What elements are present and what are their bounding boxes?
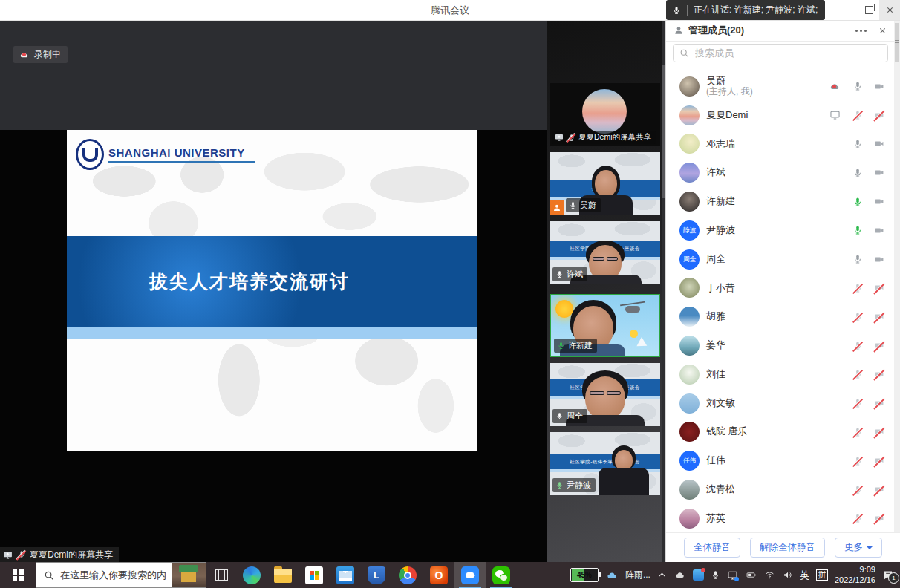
mic-muted-icon[interactable] xyxy=(852,312,863,322)
camera-muted-icon[interactable] xyxy=(873,370,885,379)
member-row[interactable]: 周全 周全 xyxy=(666,245,894,274)
volume-icon[interactable] xyxy=(782,570,793,580)
member-row[interactable]: 钱院 唐乐 xyxy=(666,418,894,447)
more-button[interactable]: 更多 xyxy=(835,538,882,558)
minimize-button[interactable] xyxy=(838,0,858,20)
member-row[interactable]: 静波 尹静波 xyxy=(666,216,894,245)
mic-muted-icon[interactable] xyxy=(852,110,863,120)
avatar xyxy=(679,480,700,500)
taskbar-clock[interactable]: 9:09 2022/12/16 xyxy=(835,565,875,586)
mic-tray-icon[interactable] xyxy=(711,570,720,580)
camera-muted-icon[interactable] xyxy=(873,341,885,350)
weather-cloud-icon[interactable] xyxy=(605,570,619,581)
camera-icon[interactable] xyxy=(873,226,885,235)
member-row[interactable]: 许新建 xyxy=(666,187,894,216)
search-highlight-image[interactable] xyxy=(172,563,206,587)
member-row[interactable]: 许斌 xyxy=(666,158,894,187)
camera-muted-icon[interactable] xyxy=(873,514,885,523)
more-options-icon[interactable] xyxy=(855,30,867,32)
mic-icon[interactable] xyxy=(852,139,863,149)
file-explorer-taskbar-button[interactable] xyxy=(267,562,299,588)
camera-muted-icon[interactable] xyxy=(873,399,885,408)
camera-icon[interactable] xyxy=(873,139,885,148)
mic-muted-icon[interactable] xyxy=(852,369,863,379)
unmute-all-button[interactable]: 解除全体静音 xyxy=(750,538,825,558)
mail-taskbar-button[interactable] xyxy=(330,562,361,588)
onedrive-cloud-icon[interactable] xyxy=(674,570,686,580)
camera-icon[interactable] xyxy=(873,255,885,264)
mic-muted-icon[interactable] xyxy=(852,485,863,495)
member-row[interactable]: 吴蔚(主持人, 我) xyxy=(666,72,894,101)
video-thumbnail-zhouquan[interactable]: 社区学院-钱伟长学院···座谈会 周全 xyxy=(550,363,660,426)
member-row[interactable]: 姜华 xyxy=(666,331,894,360)
chick-graphic xyxy=(630,330,638,338)
mic-speaking-icon[interactable] xyxy=(852,197,863,207)
weather-label[interactable]: 阵雨... xyxy=(625,569,650,581)
member-row[interactable]: 夏夏Demi xyxy=(666,101,894,130)
mic-muted-icon[interactable] xyxy=(852,341,863,351)
panel-scrollbar[interactable] xyxy=(894,20,900,533)
video-thumbnail-yinjingbo[interactable]: 社区学院-钱伟长学院···座谈会 尹静波 xyxy=(550,432,660,495)
video-thumbnail-wuwei[interactable]: 会议交流··· 吴蔚 xyxy=(550,152,660,215)
chrome-taskbar-button[interactable] xyxy=(392,562,423,588)
messenger-tray-icon[interactable] xyxy=(693,569,704,581)
mic-muted-icon[interactable] xyxy=(852,427,863,437)
camera-muted-icon[interactable] xyxy=(873,427,885,437)
scrollbar-thumb[interactable] xyxy=(895,23,899,62)
screen-cast-tray-icon[interactable] xyxy=(727,570,738,581)
mic-icon[interactable] xyxy=(852,81,863,91)
camera-muted-icon[interactable] xyxy=(873,485,885,494)
action-center-button[interactable]: 1 xyxy=(882,569,894,581)
camera-muted-icon[interactable] xyxy=(873,456,885,466)
member-search-box[interactable] xyxy=(673,44,888,62)
wechat-taskbar-button[interactable] xyxy=(486,562,517,588)
office-taskbar-button[interactable]: O xyxy=(423,562,454,588)
mic-muted-icon[interactable] xyxy=(852,398,863,408)
ime-language-indicator[interactable]: 英 xyxy=(800,569,809,582)
restore-button[interactable] xyxy=(858,0,879,20)
close-button[interactable] xyxy=(879,0,900,20)
mic-muted-icon[interactable] xyxy=(852,283,863,293)
start-button[interactable] xyxy=(0,562,36,588)
member-row[interactable]: 胡雅 xyxy=(666,302,894,331)
member-row[interactable]: 沈青松 xyxy=(666,475,894,504)
member-row[interactable]: 苏英 xyxy=(666,504,894,533)
mic-speaking-icon[interactable] xyxy=(852,225,863,235)
task-view-button[interactable] xyxy=(206,562,236,588)
member-row[interactable]: 邓志瑞 xyxy=(666,130,894,159)
video-thumbnail-screen-share[interactable]: 夏夏Demi的屏幕共享 xyxy=(550,83,660,146)
member-name: 尹静波 xyxy=(706,225,852,236)
tencent-meeting-taskbar-button[interactable] xyxy=(454,562,486,588)
camera-icon[interactable] xyxy=(873,197,885,206)
mic-muted-icon[interactable] xyxy=(852,513,863,523)
mic-speaking-icon xyxy=(555,481,564,489)
taskbar-search-box[interactable]: 在这里输入你要搜索的内容 xyxy=(36,562,206,588)
member-row[interactable]: 刘文敏 xyxy=(666,389,894,418)
mute-all-button[interactable]: 全体静音 xyxy=(684,538,740,558)
battery-tray-icon[interactable] xyxy=(745,570,757,580)
panel-close-icon[interactable] xyxy=(878,27,887,35)
member-row[interactable]: 任伟 任伟 xyxy=(666,446,894,475)
member-row[interactable]: 丁小昔 xyxy=(666,274,894,303)
ime-pinyin-icon[interactable]: 拼 xyxy=(816,569,828,581)
video-thumbnail-xubin[interactable]: 社区学院-钱伟长学院···座谈会 许斌 xyxy=(550,221,660,284)
security-app-taskbar-button[interactable]: L xyxy=(361,562,392,588)
mic-icon[interactable] xyxy=(852,168,863,178)
mic-muted-icon[interactable] xyxy=(852,456,863,466)
search-input[interactable] xyxy=(694,47,881,59)
member-row[interactable]: 刘佳 xyxy=(666,360,894,389)
video-thumbnail-xuxinjian[interactable]: 许新建 xyxy=(550,294,660,357)
edge-taskbar-button[interactable] xyxy=(236,562,267,588)
camera-muted-icon[interactable] xyxy=(873,111,885,120)
camera-icon[interactable] xyxy=(873,82,885,91)
camera-muted-icon[interactable] xyxy=(873,283,885,293)
microsoft-store-taskbar-button[interactable] xyxy=(299,562,330,588)
camera-muted-icon[interactable] xyxy=(873,312,885,321)
cloud-recording-icon xyxy=(828,82,841,91)
battery-widget[interactable]: 45% xyxy=(570,568,599,582)
recording-badge[interactable]: 录制中 xyxy=(13,46,68,63)
camera-icon[interactable] xyxy=(873,168,885,177)
show-hidden-icons-chevron[interactable] xyxy=(657,570,667,580)
mic-icon[interactable] xyxy=(852,254,863,264)
wifi-icon[interactable] xyxy=(764,570,775,580)
